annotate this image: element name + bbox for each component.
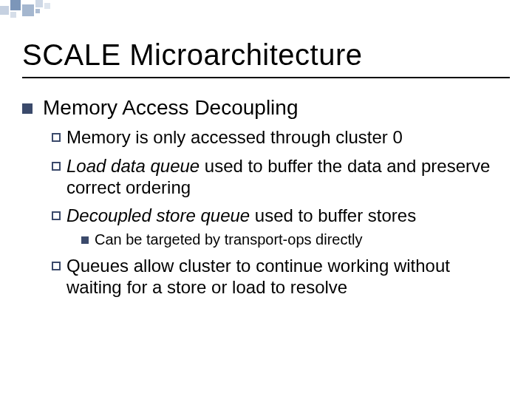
hollow-square-icon xyxy=(52,133,61,142)
hollow-square-icon xyxy=(52,162,61,171)
text-span: used to buffer stores xyxy=(250,205,416,225)
bullet-level1: Memory Access Decoupling xyxy=(22,96,510,120)
level3-text: Can be targeted by transport-ops directl… xyxy=(95,231,362,248)
bullet-level2: Decoupled store queue used to buffer sto… xyxy=(52,205,510,227)
level2-text: Memory is only accessed through cluster … xyxy=(66,127,403,149)
italic-term: Load data queue xyxy=(66,156,200,176)
slide-content: Memory Access Decoupling Memory is only … xyxy=(22,96,510,300)
title-underline xyxy=(22,77,510,78)
level1-text: Memory Access Decoupling xyxy=(43,96,298,120)
slide-title: SCALE Microarchitecture xyxy=(22,38,363,72)
hollow-square-icon xyxy=(52,211,61,220)
level2-text: Queues allow cluster to continue working… xyxy=(66,256,510,299)
bullet-level2: Queues allow cluster to continue working… xyxy=(52,256,510,299)
corner-decoration xyxy=(0,0,89,18)
square-bullet-icon xyxy=(81,236,89,244)
square-bullet-icon xyxy=(22,103,33,114)
level2-text: Decoupled store queue used to buffer sto… xyxy=(66,205,416,227)
level2-text: Load data queue used to buffer the data … xyxy=(66,156,510,199)
italic-term: Decoupled store queue xyxy=(66,205,250,225)
bullet-level2: Memory is only accessed through cluster … xyxy=(52,127,510,149)
hollow-square-icon xyxy=(52,262,61,270)
bullet-level2: Load data queue used to buffer the data … xyxy=(52,156,510,199)
bullet-level3: Can be targeted by transport-ops directl… xyxy=(81,231,510,248)
